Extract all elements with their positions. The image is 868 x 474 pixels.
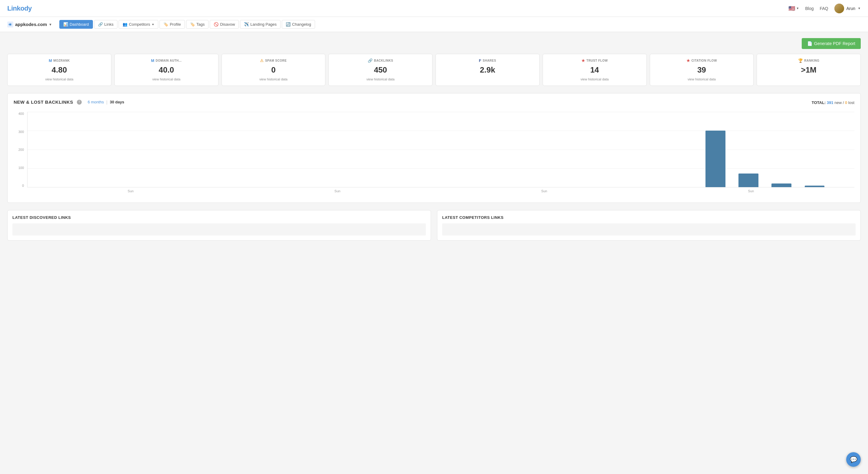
total-label: TOTAL: xyxy=(812,100,826,105)
citation-flow-history-link[interactable]: view historical data xyxy=(688,77,716,81)
shares-no-link xyxy=(487,77,488,81)
flag-icon: 🇺🇸 xyxy=(788,5,795,12)
nav-disavow[interactable]: 🚫 Disavow xyxy=(210,20,239,29)
language-selector[interactable]: 🇺🇸 ▼ xyxy=(788,5,799,12)
x-label-sun4: Sun xyxy=(748,189,754,193)
logo[interactable]: Linkody xyxy=(7,4,32,12)
y-label-100: 100 xyxy=(19,166,24,170)
nav-profile-label: Profile xyxy=(170,22,181,27)
y-label-300: 300 xyxy=(19,130,24,134)
filter-6months[interactable]: 6 months xyxy=(88,100,104,104)
total-new-value: 391 xyxy=(827,100,834,105)
latest-links-title: LATEST DISCOVERED LINKS xyxy=(12,215,426,220)
backlinks-icon: 🔗 xyxy=(368,58,373,63)
nav-tags-label: Tags xyxy=(196,22,205,27)
pdf-icon: 📄 xyxy=(807,41,812,46)
chart-bar-22 xyxy=(771,183,792,187)
generate-pdf-button[interactable]: 📄 Generate PDF Report xyxy=(802,38,861,49)
shares-label: SHARES xyxy=(483,59,496,62)
total-separator: / xyxy=(843,100,845,105)
chart-section: NEW & LOST BACKLINKS ? 6 months | 30 day… xyxy=(7,93,861,203)
latest-links-loading xyxy=(12,224,426,236)
backlinks-label: BACKLINKS xyxy=(374,59,393,62)
chart-area xyxy=(27,112,855,188)
domain-auth-label: DOMAIN AUTH... xyxy=(156,59,182,62)
bars-container xyxy=(28,112,855,187)
competitors-icon: 👥 xyxy=(123,22,127,27)
latest-competitors-section: LATEST COMPETITORS LINKS xyxy=(437,210,861,241)
nav-changelog-label: Changelog xyxy=(292,22,311,27)
site-icon xyxy=(7,22,13,28)
competitors-dropdown-icon: ▼ xyxy=(152,23,154,26)
faq-link[interactable]: FAQ xyxy=(820,6,828,11)
header: Linkody 🇺🇸 ▼ Blog FAQ Arun ▼ xyxy=(0,0,868,17)
metric-citation-flow: ★ CITATION FLOW 39 view historical data xyxy=(650,54,754,86)
nav-disavow-label: Disavow xyxy=(220,22,235,27)
metric-domain-auth: M DOMAIN AUTH... 40.0 view historical da… xyxy=(115,54,218,86)
metrics-grid: M MOZRANK 4.80 view historical data M DO… xyxy=(7,54,861,86)
domain-auth-icon: M xyxy=(151,58,154,63)
user-name: Arun xyxy=(846,6,856,11)
trust-flow-value: 14 xyxy=(547,65,643,75)
dashboard-icon: 📊 xyxy=(63,22,68,27)
mozrank-icon: M xyxy=(49,58,52,63)
header-right: 🇺🇸 ▼ Blog FAQ Arun ▼ xyxy=(788,4,861,13)
backlinks-history-link[interactable]: view historical data xyxy=(367,77,395,81)
blog-link[interactable]: Blog xyxy=(805,6,813,11)
nav-profile[interactable]: 🏷️ Profile xyxy=(159,20,185,29)
disavow-icon: 🚫 xyxy=(214,22,218,27)
site-dropdown-icon: ▼ xyxy=(49,23,52,26)
mozrank-label: MOZRANK xyxy=(53,59,70,62)
latest-competitors-loading xyxy=(442,224,856,236)
toolbar: 📄 Generate PDF Report xyxy=(7,38,861,49)
trust-flow-history-link[interactable]: view historical data xyxy=(581,77,609,81)
chart-x-axis: Sun Sun Sun Sun xyxy=(27,188,855,197)
flag-dropdown-icon: ▼ xyxy=(796,7,799,10)
mozrank-history-link[interactable]: view historical data xyxy=(45,77,73,81)
citation-flow-icon: ★ xyxy=(686,58,690,63)
chart-help-icon[interactable]: ? xyxy=(77,100,82,105)
nav-links[interactable]: 🔗 Links xyxy=(94,20,117,29)
domain-auth-history-link[interactable]: view historical data xyxy=(152,77,180,81)
backlinks-value: 450 xyxy=(332,65,429,75)
trust-flow-icon: ★ xyxy=(581,58,585,63)
avatar xyxy=(834,4,844,13)
site-selector[interactable]: appkodes.com ▼ xyxy=(7,22,52,28)
user-menu[interactable]: Arun ▼ xyxy=(834,4,861,13)
metric-backlinks: 🔗 BACKLINKS 450 view historical data xyxy=(329,54,433,86)
nav-tags[interactable]: 🏷️ Tags xyxy=(186,20,209,29)
latest-links-section: LATEST DISCOVERED LINKS xyxy=(7,210,431,241)
trust-flow-label: TRUST FLOW xyxy=(587,59,608,62)
y-label-200: 200 xyxy=(19,148,24,151)
bottom-grid: LATEST DISCOVERED LINKS LATEST COMPETITO… xyxy=(7,210,861,241)
nav-landing-pages[interactable]: ✈️ Landing Pages xyxy=(240,20,281,29)
nav-dashboard-label: Dashboard xyxy=(70,22,89,27)
nav-changelog[interactable]: 🔄 Changelog xyxy=(282,20,315,29)
nav-dashboard[interactable]: 📊 Dashboard xyxy=(59,20,93,29)
nav-competitors[interactable]: 👥 Competitors ▼ xyxy=(119,20,158,29)
chart-bar-20 xyxy=(706,131,725,187)
latest-competitors-title: LATEST COMPETITORS LINKS xyxy=(442,215,856,220)
total-new-label: new xyxy=(834,100,842,105)
chart-y-axis: 400 300 200 100 0 xyxy=(13,112,26,188)
nav-competitors-label: Competitors xyxy=(129,22,150,27)
nav-links-label: Links xyxy=(104,22,114,27)
metric-ranking: 🏆 RANKING >1M xyxy=(756,54,861,86)
metric-trust-flow: ★ TRUST FLOW 14 view historical data xyxy=(542,54,647,86)
metric-shares: f SHARES 2.9k xyxy=(435,54,539,86)
chart-bar-23 xyxy=(805,185,825,187)
svg-point-2 xyxy=(8,24,10,25)
filter-30days[interactable]: 30 days xyxy=(110,100,124,104)
ranking-label: RANKING xyxy=(804,59,819,62)
domain-auth-value: 40.0 xyxy=(118,65,215,75)
total-lost-value: 0 xyxy=(845,100,847,105)
links-icon: 🔗 xyxy=(98,22,103,27)
y-label-0: 0 xyxy=(22,184,24,188)
spam-score-value: 0 xyxy=(225,65,322,75)
x-label-sun2: Sun xyxy=(334,189,340,193)
mozrank-value: 4.80 xyxy=(11,65,107,75)
x-label-sun3: Sun xyxy=(541,189,547,193)
nav-landing-pages-label: Landing Pages xyxy=(250,22,277,27)
spam-score-history-link[interactable]: view historical data xyxy=(259,77,287,81)
ranking-icon: 🏆 xyxy=(798,58,803,63)
